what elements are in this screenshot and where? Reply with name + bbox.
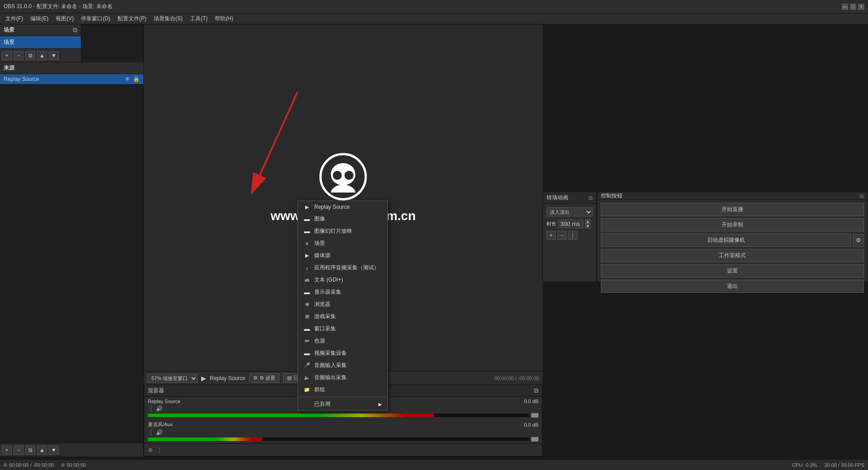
ctx-scene-label: 场景 [314, 240, 325, 247]
audio-output-icon: 🔈 [303, 374, 311, 381]
ctx-image[interactable]: ▬ 图像 [298, 213, 387, 225]
status-total-time: / -00:00:00 [30, 462, 54, 468]
ctx-color-source[interactable]: ✏ 色源 [298, 335, 387, 347]
close-button[interactable]: × [858, 4, 864, 10]
source-remove-button[interactable]: − [14, 446, 24, 455]
studio-mode-button[interactable]: 工作室模式 [601, 249, 864, 262]
transition-type-select[interactable]: 淡入淡出 [547, 207, 593, 216]
volume-knob-replay[interactable] [531, 413, 538, 418]
source-label: Replay Source [4, 76, 39, 82]
menu-view[interactable]: 视图(V) [52, 14, 77, 24]
scene-copy-button[interactable]: ⧉ [25, 51, 35, 60]
left-panel: 场景 ⧉ 场景 + − ⧉ ▲ ▼ 来源 Replay Source [0, 24, 144, 456]
duration-input[interactable] [558, 220, 583, 228]
channel-name-replay: Replay Source [148, 399, 180, 404]
menu-docks[interactable]: 停靠窗口(D) [77, 14, 114, 24]
channel-db-replay: 0.0 dB [524, 399, 538, 404]
menu-profile[interactable]: 配置文件(P) [114, 14, 150, 24]
virtual-cam-button[interactable]: 启动虚拟摄像机 [601, 234, 851, 247]
virtual-cam-gear-button[interactable]: ⚙ [853, 234, 864, 247]
transition-remove-button[interactable]: − [557, 231, 566, 240]
ctx-scene[interactable]: ≡ 场景 [298, 237, 387, 249]
level-bar-container-mic [148, 437, 538, 442]
ctx-window-capture[interactable]: ▬ 窗口采集 [298, 323, 387, 335]
transition-expand-icon[interactable]: ⧉ [589, 195, 593, 201]
mic-mute-button[interactable]: 🔊 [156, 429, 163, 436]
channel-mute-button[interactable]: 🔊 [156, 405, 163, 412]
ctx-text-gdi[interactable]: ab 文本 (GDI+) [298, 274, 387, 286]
scenes-expand-button[interactable]: ⧉ [73, 26, 77, 34]
transition-add-button[interactable]: + [547, 231, 556, 240]
ctx-audio-input[interactable]: 🎤 音频输入采集 [298, 359, 387, 371]
status-cpu: CPU: 0.3% [792, 462, 817, 468]
menu-tools[interactable]: 工具(T) [186, 14, 211, 24]
transition-more-button[interactable]: ⋮ [568, 231, 577, 240]
ctx-display-capture-label: 显示器采集 [314, 288, 341, 296]
sources-header: 来源 [0, 62, 143, 74]
ctx-audio-output[interactable]: 🔈 音频输出采集 [298, 371, 387, 384]
zoom-select[interactable]: 57% 缩放至窗口 [147, 374, 198, 383]
start-record-button[interactable]: 开始录制 [601, 218, 864, 231]
scene-item[interactable]: 场景 [0, 36, 81, 48]
ctx-browser-label: 浏览器 [314, 301, 330, 308]
game-capture-icon: ⊞ [303, 313, 311, 320]
scene-down-button[interactable]: ▼ [49, 51, 59, 60]
volume-knob-mic[interactable] [531, 437, 538, 442]
source-down-button[interactable]: ▼ [49, 446, 59, 455]
color-source-icon: ✏ [303, 338, 311, 345]
ctx-deprecated[interactable]: 已弃用 ▶ [298, 398, 387, 410]
cpu-label: CPU: [792, 462, 804, 468]
source-item[interactable]: Replay Source 👁 🔒 [0, 74, 143, 84]
title-controls: — □ × [842, 4, 864, 10]
ctx-game-capture-label: 游戏采集 [314, 313, 336, 320]
context-menu: ▶ Replay Source ▬ 图像 ▬ 图像幻灯片放映 ≡ 场景 ▶ [297, 201, 388, 411]
controls-header: 控制按钮 ⧉ [597, 192, 868, 200]
mixer-expand-button[interactable]: ⧉ [534, 387, 538, 395]
source-lock-icon[interactable]: 🔒 [133, 76, 140, 82]
menu-file[interactable]: 文件(F) [2, 14, 27, 24]
ctx-game-capture[interactable]: ⊞ 游戏采集 [298, 310, 387, 323]
level-fill-mic [148, 437, 262, 441]
ctx-slideshow[interactable]: ▬ 图像幻灯片放映 [298, 225, 387, 237]
replay-play-icon[interactable]: ▶ [201, 375, 206, 382]
start-stream-button[interactable]: 开始直播 [601, 203, 864, 216]
duration-row: 时长 ▲ ▼ [547, 219, 593, 228]
ctx-media[interactable]: ▶ 媒体源 [298, 249, 387, 262]
exit-button[interactable]: 退出 [601, 280, 864, 293]
controls-expand-icon[interactable]: ⧉ [860, 193, 864, 199]
ctx-video-capture[interactable]: ▬ 视频采集设备 [298, 347, 387, 359]
ctx-app-audio[interactable]: ♪ 应用程序音频采集（测试） [298, 262, 387, 274]
menu-scene-collection[interactable]: 场景集合(S) [150, 14, 186, 24]
mixer-add-button[interactable]: ⊕ [148, 446, 153, 453]
channel-dots-mic: ⋮ 🔊 [148, 429, 538, 436]
scene-remove-button[interactable]: − [14, 51, 24, 60]
ctx-browser[interactable]: ⊕ 浏览器 [298, 298, 387, 310]
ctx-image-label: 图像 [314, 215, 325, 223]
source-add-button[interactable]: + [2, 446, 12, 455]
replay-settings-button[interactable]: ⚙ ⚙ 设置 [249, 373, 279, 383]
ctx-app-audio-label: 应用程序音频采集（测试） [314, 264, 379, 272]
channel-dots-button[interactable]: ⋮ [148, 405, 154, 412]
scene-up-button[interactable]: ▲ [37, 51, 47, 60]
minimize-button[interactable]: — [842, 4, 848, 10]
settings-button[interactable]: 设置 [601, 264, 864, 277]
deprecated-icon [303, 401, 311, 408]
source-copy-button[interactable]: ⧉ [25, 446, 35, 455]
menu-edit[interactable]: 编辑(E) [27, 14, 52, 24]
ctx-divider [298, 397, 387, 397]
menu-bar: 文件(F) 编辑(E) 视图(V) 停靠窗口(D) 配置文件(P) 场景集合(S… [0, 14, 868, 24]
ctx-group[interactable]: 📁 群组 [298, 384, 387, 396]
controls-panel: 控制按钮 ⧉ 开始直播 开始录制 启动虚拟摄像机 ⚙ 工作室模式 设置 退出 [597, 192, 868, 282]
source-eye-icon[interactable]: 👁 [125, 76, 130, 82]
duration-down-button[interactable]: ▼ [585, 224, 590, 228]
source-up-button[interactable]: ▲ [37, 446, 47, 455]
ctx-replay-source[interactable]: ▶ Replay Source [298, 201, 387, 213]
menu-help[interactable]: 帮助(H) [211, 14, 237, 24]
maximize-button[interactable]: □ [850, 4, 856, 10]
mixer-settings-button[interactable]: ⋮ [156, 446, 162, 453]
mic-dots-button[interactable]: ⋮ [148, 429, 154, 436]
duration-up-button[interactable]: ▲ [585, 219, 590, 224]
window-capture-icon: ▬ [303, 325, 311, 333]
scene-add-button[interactable]: + [2, 51, 12, 60]
ctx-display-capture[interactable]: ▬ 显示器采集 [298, 286, 387, 298]
